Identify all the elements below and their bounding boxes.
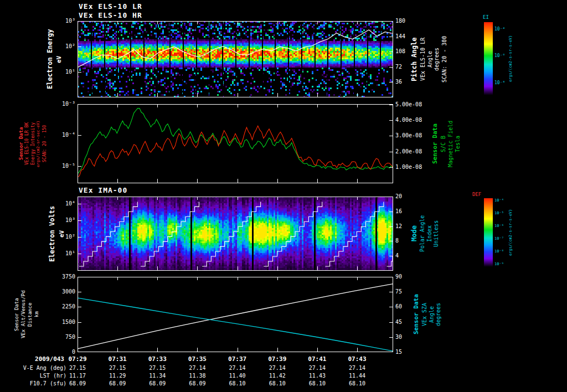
time-tick-label: 07:29 xyxy=(65,356,90,363)
panel3-right-tick: 20 xyxy=(395,193,402,200)
colorbar-ei-tick: 10⁻⁸ xyxy=(494,80,505,86)
row-value: 11.34 xyxy=(145,373,169,379)
colorbar-def-tick: 10⁻⁷ xyxy=(494,235,504,242)
panel4-ytick: 2250 xyxy=(51,303,75,310)
panel1-right-tick: 108 xyxy=(395,48,405,55)
ima-spectrogram-canvas xyxy=(78,197,393,271)
panel3-ytick: 10² xyxy=(51,234,75,240)
panel4-ytick: 3750 xyxy=(51,274,75,280)
sensor-data-label-p2: Sensor Data xyxy=(19,104,24,183)
panel3-right-tick: 12 xyxy=(395,223,402,230)
panel1-ytick: 10¹ xyxy=(51,69,75,75)
row-value: 11.29 xyxy=(105,373,130,379)
panel2-ytick: 10⁻³ xyxy=(51,101,75,107)
row-value: 68.10 xyxy=(225,380,250,387)
scan-range-label-p1: SCAN: 20 - 300 xyxy=(441,21,447,97)
sza-degrees-label: degrees xyxy=(435,277,441,352)
row-value: 68.10 xyxy=(305,380,329,387)
degrees-label: degrees xyxy=(434,21,440,97)
distance-label: Distance xyxy=(28,277,33,352)
row-value: 68.10 xyxy=(345,380,369,387)
row-value: 27.14 xyxy=(225,365,250,372)
panel1-right-tick: 144 xyxy=(395,33,405,40)
colorbar-def-tick: 10⁻⁵ xyxy=(494,210,504,216)
row-value: 68.09 xyxy=(145,380,169,387)
scan-range-label-p2: SCAN: 20 - 150 xyxy=(43,104,48,183)
panel3-ytick: 10¹ xyxy=(51,250,75,257)
row-value: 27.15 xyxy=(105,365,130,372)
colorbar-ei-tick: 10⁻⁴ xyxy=(494,26,505,33)
altitude-sza-plot-canvas xyxy=(78,277,393,352)
panel4-right-tick: 15 xyxy=(395,349,402,355)
index-label: Index xyxy=(426,197,432,271)
unitless-label: Unitless xyxy=(433,197,439,271)
colorbar-ei-tick: 10⁻⁶ xyxy=(494,53,505,59)
quicklook-plot-page: VEx ELS-10 LR VEx ELS-10 HR VEx IMA-00 E… xyxy=(0,0,567,392)
panel4-ytick: 0 xyxy=(51,349,75,355)
row-label: F10.7 (sfu) xyxy=(8,380,66,387)
colorbar-ei xyxy=(484,22,493,95)
magnetic-field-label: Magnetic Field xyxy=(447,104,453,183)
panel2-right-tick: 2.00e-08 xyxy=(395,148,422,155)
row-value: 11.44 xyxy=(345,373,369,379)
panel3-right-tick: 4 xyxy=(395,252,399,259)
panel4-right-tick: 60 xyxy=(395,303,402,310)
time-tick-label: 07:39 xyxy=(265,356,290,363)
sza-angle-label: Angle xyxy=(429,277,435,352)
row-value: 27.14 xyxy=(185,365,209,372)
polar-angle-label: Polar Angle xyxy=(419,197,425,271)
panel2-right-tick: 3.00e-08 xyxy=(395,132,422,139)
panel1-right-tick: 72 xyxy=(395,64,402,70)
panel3-title: VEx IMA-00 xyxy=(79,186,127,194)
row-value: 11.43 xyxy=(305,373,329,379)
panel1-ylabel: Electron Energy xyxy=(47,21,54,97)
panel2-right-tick: 4.00e-08 xyxy=(395,117,422,123)
sensor-data-label-sza: Sensor Data xyxy=(413,277,420,352)
row-label: LST (hr) xyxy=(8,373,66,379)
colorbar-ei-title: EI xyxy=(483,14,489,20)
alt-venus-pd-label: VEx Alt/Venus/Pd xyxy=(21,277,27,352)
colorbar-def-tick: 10⁻⁴ xyxy=(494,197,504,204)
panel1-title-lr: VEx ELS-10 LR xyxy=(79,2,142,11)
panel4-ytick: 3000 xyxy=(51,288,75,295)
row-value: 68.09 xyxy=(185,380,209,387)
els-spectrogram-canvas xyxy=(78,21,393,97)
row-value: 27.14 xyxy=(305,365,329,372)
panel2-right-tick: 5.00e-08 xyxy=(395,101,422,108)
date-label: 2009/043 xyxy=(28,356,64,363)
km-label: km xyxy=(34,277,40,352)
els-bk-label: VEx ELS-10 LR BK xyxy=(25,104,30,183)
panel4-right-tick: 90 xyxy=(395,274,402,280)
panel4-ytick: 1500 xyxy=(51,319,75,326)
pitch-angle-label: Pitch Angle xyxy=(411,21,418,97)
panel3-right-tick: 8 xyxy=(395,238,399,244)
panel4-right-tick: 30 xyxy=(395,334,402,341)
panel1-ytick: 10² xyxy=(51,43,75,50)
panel1-ylabel-units: eV xyxy=(56,21,63,97)
colorbar-def-units: ergs/(cm2-s-sr-s-eV) xyxy=(509,198,513,267)
panel3-ytick: 10⁴ xyxy=(51,200,75,207)
row-value: 11.17 xyxy=(65,373,90,379)
row-value: 68.09 xyxy=(65,380,90,387)
sc-b-label: S/C B xyxy=(440,104,446,183)
colorbar-def xyxy=(484,198,493,267)
row-value: 27.15 xyxy=(65,365,90,372)
panel1-right-tick: 180 xyxy=(395,18,405,24)
colorbar-ei-units: ergs/(cm2-s-sr-s-eV) xyxy=(509,22,513,95)
els-lr-right-label: VEx ELS-10 LR xyxy=(420,21,426,97)
colorbar-def-tick: 10⁻⁶ xyxy=(494,223,504,229)
time-tick-label: 07:41 xyxy=(305,356,329,363)
sensor-data-label-bfield: Sensor Data xyxy=(432,104,439,183)
intensity-bfield-plot-canvas xyxy=(78,104,393,183)
energy-intensity-label: Energy Intensity xyxy=(31,104,36,183)
panel1-title-hr: VEx ELS-10 HR xyxy=(79,11,142,19)
row-value: 11.40 xyxy=(225,373,250,379)
sensor-data-label-p4: Sensor Data xyxy=(14,277,20,352)
intensity-units-label: ergs/(cm2-sr-sec-eV) xyxy=(37,104,41,183)
row-value: 11.38 xyxy=(185,373,209,379)
panel4-right-tick: 75 xyxy=(395,288,402,295)
row-value: 27.15 xyxy=(145,365,169,372)
time-tick-label: 07:37 xyxy=(225,356,250,363)
time-tick-label: 07:43 xyxy=(345,356,369,363)
row-value: 68.09 xyxy=(105,380,130,387)
